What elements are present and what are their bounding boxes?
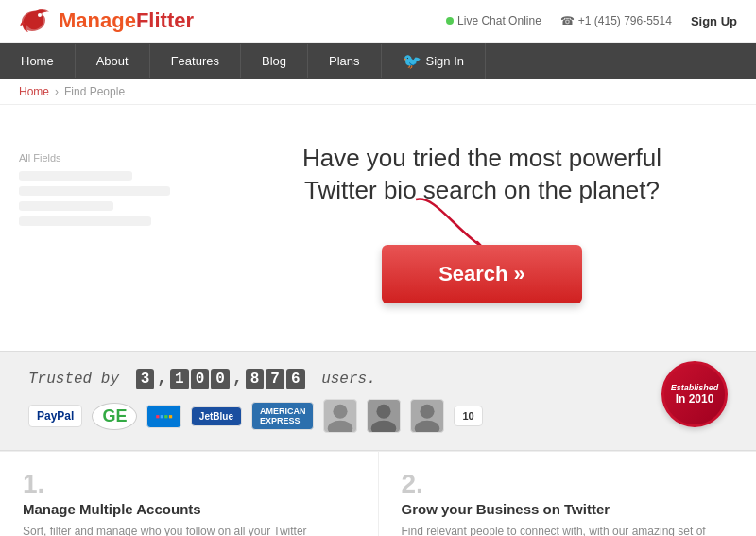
trusted-text: Trusted by 3 , 1 0 0 , 8 7 6 users. xyxy=(28,369,728,389)
user-count: 3 , 1 0 0 , 8 7 6 xyxy=(136,369,305,389)
jetblue-logo: JetBlue xyxy=(191,406,242,426)
breadcrumb: Home › Find People xyxy=(0,79,756,105)
person-photo-1 xyxy=(323,399,357,433)
nav-signin[interactable]: 🐦 Sign In xyxy=(382,43,486,79)
online-dot-icon xyxy=(446,17,454,25)
svg-point-0 xyxy=(38,13,42,17)
feature-item-2: 2. Grow your Business on Twitter Find re… xyxy=(379,452,757,536)
phone-icon: ☎ xyxy=(560,14,575,27)
feature-desc-1: Sort, filter and manage who you follow o… xyxy=(23,523,355,536)
filter-bar-2 xyxy=(19,186,170,196)
nav-plans[interactable]: Plans xyxy=(308,44,382,78)
svg-point-6 xyxy=(415,421,439,433)
hero-section: All Fields Have you tried the most power… xyxy=(0,105,756,351)
breadcrumb-separator: › xyxy=(55,85,59,98)
trusted-bar: Trusted by 3 , 1 0 0 , 8 7 6 users. PayP… xyxy=(0,351,756,451)
search-button[interactable]: Search » xyxy=(382,245,582,303)
live-chat-label: Live Chat Online xyxy=(457,14,541,27)
nav-blog[interactable]: Blog xyxy=(241,44,308,78)
filter-sidebar: All Fields xyxy=(19,133,208,332)
logo-text: ManageFlitter xyxy=(59,9,194,33)
twitter-icon: 🐦 xyxy=(403,52,421,70)
phone-number: ☎ +1 (415) 796-5514 xyxy=(560,14,672,27)
paypal-logo: PayPal xyxy=(28,405,82,427)
feature-desc-2: Find relevant people to connect with, wi… xyxy=(402,523,734,536)
hero-main: Have you tried the most powerful Twitter… xyxy=(227,133,737,332)
person-photo-3 xyxy=(410,399,444,433)
all-fields-label: All Fields xyxy=(19,152,208,164)
feature-title-2: Grow your Business on Twitter xyxy=(402,501,734,517)
amex-logo: AMERICANEXPRESS xyxy=(251,402,315,430)
filter-bar-1 xyxy=(19,171,132,181)
ten-logo: 10 xyxy=(454,406,482,426)
nav-about[interactable]: About xyxy=(76,44,150,78)
filter-bar-4 xyxy=(19,216,151,226)
svg-point-1 xyxy=(334,405,348,419)
breadcrumb-current: Find People xyxy=(64,85,125,98)
established-badge: Established In 2010 xyxy=(662,361,728,427)
svg-point-5 xyxy=(421,405,435,419)
svg-point-2 xyxy=(328,421,352,433)
logo-bird-icon xyxy=(19,8,53,34)
windows-logo: ▪▪▪▪ xyxy=(146,405,180,428)
filter-bar-3 xyxy=(19,201,113,211)
person-photo-2 xyxy=(367,399,401,433)
feature-number-1: 1. xyxy=(23,471,355,497)
svg-point-4 xyxy=(371,421,396,433)
feature-title-1: Manage Multiple Accounts xyxy=(23,501,355,517)
top-bar: ManageFlitter Live Chat Online ☎ +1 (415… xyxy=(0,0,756,43)
top-right-bar: Live Chat Online ☎ +1 (415) 796-5514 Sig… xyxy=(446,14,737,28)
svg-point-3 xyxy=(377,405,391,419)
hero-headline: Have you tried the most powerful Twitter… xyxy=(227,143,737,207)
feature-number-2: 2. xyxy=(402,471,734,497)
nav-features[interactable]: Features xyxy=(150,44,241,78)
logo[interactable]: ManageFlitter xyxy=(19,8,194,34)
live-chat-status: Live Chat Online xyxy=(446,14,541,27)
main-nav: Home About Features Blog Plans 🐦 Sign In xyxy=(0,43,756,79)
feature-item-1: 1. Manage Multiple Accounts Sort, filter… xyxy=(0,452,379,536)
sign-up-link[interactable]: Sign Up xyxy=(691,14,737,28)
nav-home[interactable]: Home xyxy=(0,44,76,78)
breadcrumb-home[interactable]: Home xyxy=(19,85,49,98)
ge-logo: GE xyxy=(92,403,137,430)
features-row: 1. Manage Multiple Accounts Sort, filter… xyxy=(0,451,756,536)
logos-row: PayPal GE ▪▪▪▪ JetBlue AMERICANEXPRESS 1… xyxy=(28,399,728,433)
